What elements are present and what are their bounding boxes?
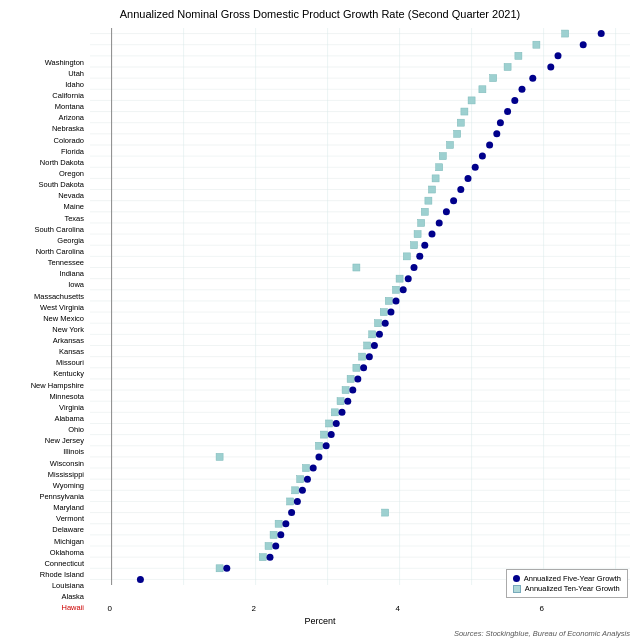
svg-rect-107 [385, 297, 392, 304]
svg-rect-87 [429, 186, 436, 193]
y-label: North Carolina [36, 246, 84, 255]
sources-text: Sources: Stockingblue, Bureau of Economi… [454, 629, 630, 638]
svg-point-110 [387, 309, 394, 316]
svg-rect-79 [447, 141, 454, 148]
svg-point-140 [304, 476, 311, 483]
svg-point-66 [547, 63, 554, 70]
y-label: New Jersey [45, 436, 84, 445]
svg-rect-101 [353, 264, 360, 271]
svg-point-60 [598, 30, 605, 37]
svg-point-132 [328, 431, 335, 438]
y-label: Wisconsin [50, 458, 84, 467]
svg-rect-71 [468, 97, 475, 104]
svg-rect-141 [292, 487, 299, 494]
y-label: Washington [45, 57, 84, 66]
svg-rect-61 [533, 41, 540, 48]
svg-point-72 [511, 97, 518, 104]
legend-dot-label: Annualized Five-Year Growth [524, 574, 621, 583]
svg-rect-81 [439, 153, 446, 160]
svg-point-148 [282, 520, 289, 527]
svg-point-150 [277, 531, 284, 538]
legend-dot-item: Annualized Five-Year Growth [513, 574, 621, 583]
svg-rect-109 [380, 309, 387, 316]
svg-point-100 [416, 253, 423, 260]
svg-rect-111 [375, 320, 382, 327]
x-tick-label: 6 [540, 604, 544, 613]
svg-rect-83 [436, 164, 443, 171]
y-label: Maine [64, 202, 84, 211]
svg-point-142 [299, 487, 306, 494]
y-label: New Mexico [43, 313, 84, 322]
svg-point-106 [400, 286, 407, 293]
y-label: Tennessee [48, 258, 84, 267]
svg-point-86 [465, 175, 472, 182]
y-label: California [52, 90, 84, 99]
svg-point-112 [382, 320, 389, 327]
y-label: Ohio [68, 425, 84, 434]
svg-rect-69 [479, 86, 486, 93]
y-label: Idaho [65, 79, 84, 88]
svg-rect-125 [337, 398, 344, 405]
y-label: Kansas [59, 347, 84, 356]
legend-sq-item: Annualized Ten-Year Growth [513, 584, 621, 593]
y-label: Utah [68, 68, 84, 77]
svg-rect-139 [297, 476, 304, 483]
svg-rect-147 [275, 520, 282, 527]
svg-point-64 [555, 52, 562, 59]
svg-point-70 [519, 86, 526, 93]
svg-point-120 [360, 364, 367, 371]
y-label: Georgia [57, 235, 84, 244]
svg-point-90 [450, 197, 457, 204]
y-label: Illinois [63, 447, 84, 456]
svg-rect-75 [457, 119, 464, 126]
svg-point-82 [479, 153, 486, 160]
y-label: Louisiana [52, 581, 84, 590]
svg-point-126 [344, 398, 351, 405]
y-label: Florida [61, 146, 84, 155]
y-label: Texas [64, 213, 84, 222]
svg-point-144 [294, 498, 301, 505]
svg-point-104 [405, 275, 412, 282]
svg-rect-151 [265, 543, 272, 550]
y-label: Nebraska [52, 124, 84, 133]
svg-rect-143 [287, 498, 294, 505]
svg-rect-129 [326, 420, 333, 427]
y-label: Connecticut [44, 558, 84, 567]
svg-point-96 [429, 231, 436, 238]
svg-rect-133 [315, 442, 322, 449]
svg-point-88 [457, 186, 464, 193]
y-label: Kentucky [53, 369, 84, 378]
svg-rect-127 [331, 409, 338, 416]
svg-rect-77 [454, 130, 461, 137]
svg-rect-103 [396, 275, 403, 282]
svg-point-128 [339, 409, 346, 416]
y-label: Arizona [59, 113, 84, 122]
svg-rect-91 [421, 208, 428, 215]
y-label: Minnesota [49, 391, 84, 400]
legend-sq-icon [513, 585, 521, 593]
y-label: Hawaii [61, 603, 84, 612]
svg-point-76 [497, 119, 504, 126]
y-label: Virginia [59, 402, 84, 411]
y-label: Rhode Island [40, 570, 84, 579]
svg-rect-145 [382, 509, 389, 516]
svg-point-114 [376, 331, 383, 338]
svg-point-98 [421, 242, 428, 249]
y-label: West Virginia [40, 302, 84, 311]
svg-point-62 [580, 41, 587, 48]
legend: Annualized Five-Year Growth Annualized T… [506, 569, 628, 598]
svg-rect-93 [418, 219, 425, 226]
svg-point-152 [272, 543, 279, 550]
y-label: Alabama [54, 414, 84, 423]
y-label: Nevada [58, 191, 84, 200]
svg-point-80 [486, 141, 493, 148]
svg-point-102 [411, 264, 418, 271]
y-label: Vermont [56, 514, 84, 523]
svg-point-136 [315, 453, 322, 460]
y-label: New Hampshire [31, 380, 84, 389]
svg-point-157 [137, 576, 144, 583]
svg-rect-153 [259, 554, 266, 561]
y-label: Oregon [59, 168, 84, 177]
svg-rect-95 [414, 231, 421, 238]
svg-point-156 [223, 565, 230, 572]
